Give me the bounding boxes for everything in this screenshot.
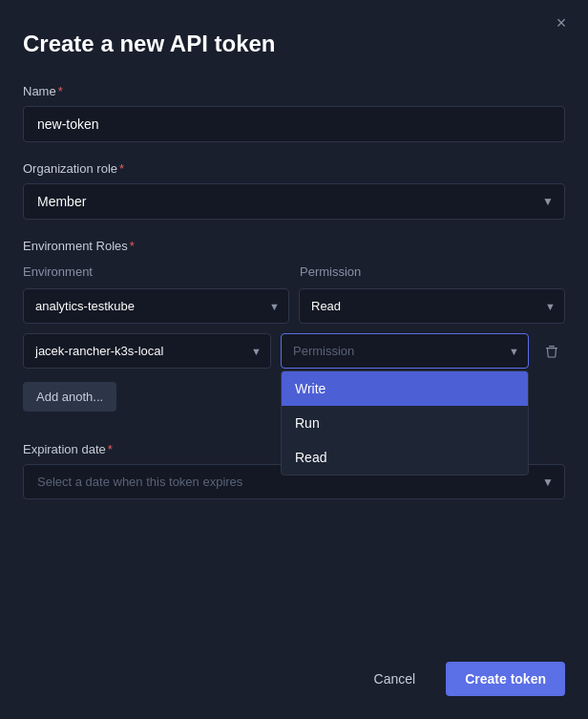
- svg-rect-1: [549, 346, 555, 347]
- name-field-group: Name*: [23, 84, 565, 142]
- org-role-select[interactable]: Member: [23, 183, 565, 220]
- org-role-label: Organization role*: [23, 161, 565, 176]
- org-role-required-star: *: [119, 161, 124, 176]
- env-select-1[interactable]: analytics-testkube: [23, 288, 289, 324]
- delete-row-button[interactable]: [538, 338, 565, 365]
- env-select-wrapper-2: jacek-rancher-k3s-local ▼: [23, 333, 271, 369]
- permission-option-run[interactable]: Run: [282, 406, 528, 440]
- env-row-2: jacek-rancher-k3s-local ▼ Permission ▼ W…: [23, 333, 565, 369]
- env-col-header: Environment: [23, 264, 288, 279]
- create-token-button[interactable]: Create token: [446, 662, 565, 696]
- name-required-star: *: [58, 84, 63, 98]
- org-role-select-wrapper: Member ▼: [23, 183, 565, 220]
- env-select-2[interactable]: jacek-rancher-k3s-local: [23, 333, 271, 369]
- expiration-required-star: *: [108, 442, 113, 456]
- cancel-button[interactable]: Cancel: [355, 662, 435, 696]
- permission-select-wrapper-1: Read ▼: [299, 288, 565, 324]
- permission-placeholder: Permission: [293, 344, 354, 358]
- env-select-wrapper-1: analytics-testkube ▼: [23, 288, 289, 324]
- add-another-button[interactable]: Add anoth...: [23, 382, 116, 412]
- permission-dropdown-menu: Write Run Read: [281, 370, 529, 476]
- env-roles-section: Environment Roles* Environment Permissio…: [23, 239, 565, 412]
- env-row-1: analytics-testkube ▼ Read ▼: [23, 288, 565, 324]
- trash-icon: [544, 344, 559, 359]
- env-table-header: Environment Permission: [23, 264, 565, 279]
- permission-select-2[interactable]: Permission: [281, 333, 529, 369]
- name-input[interactable]: [23, 106, 565, 142]
- permission-col-header: Permission: [300, 264, 565, 279]
- org-role-field-group: Organization role* Member ▼: [23, 161, 565, 220]
- modal-title: Create a new API token: [23, 31, 565, 57]
- env-roles-required-star: *: [130, 239, 135, 253]
- name-label: Name*: [23, 84, 565, 98]
- permission-option-read[interactable]: Read: [282, 440, 528, 475]
- permission-select-wrapper-2: Permission ▼ Write Run Read: [281, 333, 529, 369]
- close-button[interactable]: ×: [550, 11, 573, 34]
- permission-select-1[interactable]: Read: [299, 288, 565, 324]
- permission-option-write[interactable]: Write: [282, 371, 528, 406]
- modal-container: × Create a new API token Name* Organizat…: [0, 0, 588, 719]
- env-roles-label: Environment Roles*: [23, 239, 565, 253]
- footer-actions: Cancel Create token: [23, 646, 565, 696]
